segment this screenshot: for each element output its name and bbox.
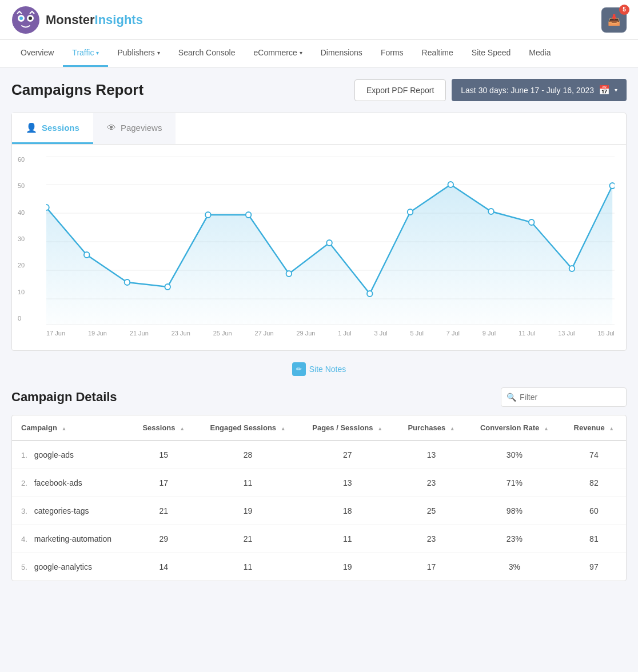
- x-axis: 17 Jun 19 Jun 21 Jun 23 Jun 25 Jun 27 Ju…: [46, 330, 615, 342]
- date-range-button[interactable]: Last 30 days: June 17 - July 16, 2023 📅 …: [452, 79, 627, 101]
- site-notes-label: Site Notes: [309, 365, 346, 374]
- nav-item-dimensions[interactable]: Dimensions: [312, 40, 372, 67]
- campaign-name: categories-tags: [34, 506, 89, 515]
- site-notes-button[interactable]: ✏ Site Notes: [292, 362, 346, 376]
- x-label-6: 29 Jun: [296, 330, 315, 337]
- logo-icon: [11, 6, 40, 34]
- traffic-chevron: ▾: [96, 50, 99, 56]
- nav-item-traffic[interactable]: Traffic▾: [63, 40, 108, 67]
- sessions-icon: 👤: [26, 122, 37, 133]
- x-label-1: 19 Jun: [88, 330, 107, 337]
- data-point: [205, 212, 211, 218]
- chart-area: 60 50 40 30 20 10 0: [12, 145, 626, 350]
- nav-item-ecommerce[interactable]: eCommerce▾: [244, 40, 311, 67]
- area-fill: [46, 185, 612, 325]
- sort-engaged-icon[interactable]: ▲: [281, 426, 286, 431]
- x-label-3: 23 Jun: [172, 330, 190, 337]
- page-header-actions: Export PDF Report Last 30 days: June 17 …: [354, 79, 627, 101]
- cell-revenue: 60: [562, 497, 626, 525]
- col-revenue: Revenue ▲: [562, 415, 626, 441]
- data-point: [246, 212, 252, 218]
- table-row: 4. marketing-automation 29 21 11 23 23% …: [12, 525, 626, 553]
- logo-main: Monster: [46, 13, 95, 27]
- cell-sessions: 21: [131, 497, 197, 525]
- nav-item-media[interactable]: Media: [520, 40, 560, 67]
- col-conversion: Conversion Rate ▲: [467, 415, 562, 441]
- cell-revenue: 81: [562, 525, 626, 553]
- cell-purchases: 23: [396, 469, 467, 497]
- x-label-14: 15 Jul: [597, 330, 614, 337]
- cell-sessions: 29: [131, 525, 197, 553]
- export-pdf-button[interactable]: Export PDF Report: [354, 79, 446, 101]
- col-purchases: Purchases ▲: [396, 415, 467, 441]
- page-header: Campaigns Report Export PDF Report Last …: [11, 79, 627, 101]
- x-label-13: 13 Jul: [558, 330, 575, 337]
- x-label-10: 7 Jul: [446, 330, 460, 337]
- row-num: 2.: [21, 479, 27, 487]
- tab-pageviews[interactable]: 👁 Pageviews: [93, 113, 176, 144]
- cell-purchases: 13: [396, 441, 467, 469]
- cell-pages: 11: [299, 525, 396, 553]
- row-num: 1.: [21, 451, 27, 459]
- col-campaign: Campaign ▲: [12, 415, 131, 441]
- x-label-11: 9 Jul: [483, 330, 496, 337]
- cell-revenue: 82: [562, 469, 626, 497]
- nav-item-publishers[interactable]: Publishers▾: [108, 40, 169, 67]
- x-label-8: 3 Jul: [374, 330, 387, 337]
- y-label-30: 30: [18, 235, 25, 242]
- campaign-name: facebook-ads: [34, 478, 82, 487]
- data-point: [125, 279, 130, 285]
- campaign-table-wrap: Campaign ▲ Sessions ▲ Engaged Sessions ▲…: [11, 415, 627, 581]
- row-num: 3.: [21, 507, 27, 515]
- x-label-12: 11 Jul: [519, 330, 535, 337]
- date-range-text: Last 30 days: June 17 - July 16, 2023: [461, 86, 594, 95]
- campaign-name: google-analytics: [34, 562, 92, 571]
- campaign-table: Campaign ▲ Sessions ▲ Engaged Sessions ▲…: [12, 415, 626, 581]
- sort-sessions-icon[interactable]: ▲: [180, 426, 185, 431]
- header-right: 📥 5: [601, 7, 627, 33]
- logo-text: MonsterInsights: [46, 13, 143, 27]
- filter-search-icon: 🔍: [507, 393, 516, 402]
- cell-pages: 27: [299, 441, 396, 469]
- col-pages: Pages / Sessions ▲: [299, 415, 396, 441]
- campaign-details-title: Campaign Details: [11, 390, 117, 405]
- cell-conversion: 30%: [467, 441, 562, 469]
- cell-purchases: 25: [396, 497, 467, 525]
- data-point: [286, 271, 292, 277]
- cell-engaged: 11: [197, 469, 299, 497]
- nav-item-site-speed[interactable]: Site Speed: [462, 40, 520, 67]
- sort-purchases-icon[interactable]: ▲: [450, 426, 455, 431]
- sort-pages-icon[interactable]: ▲: [377, 426, 382, 431]
- table-row: 5. google-analytics 14 11 19 17 3% 97: [12, 553, 626, 581]
- campaign-name: google-ads: [34, 450, 74, 459]
- cell-engaged: 28: [197, 441, 299, 469]
- sort-revenue-icon[interactable]: ▲: [609, 426, 614, 431]
- sort-conversion-icon[interactable]: ▲: [544, 426, 549, 431]
- cell-pages: 13: [299, 469, 396, 497]
- data-point: [165, 284, 170, 290]
- nav-item-search-console[interactable]: Search Console: [169, 40, 245, 67]
- cell-conversion: 71%: [467, 469, 562, 497]
- nav-item-realtime[interactable]: Realtime: [413, 40, 462, 67]
- data-point: [569, 266, 575, 271]
- col-sessions: Sessions ▲: [131, 415, 197, 441]
- tab-sessions[interactable]: 👤 Sessions: [12, 113, 93, 144]
- logo: MonsterInsights: [11, 6, 143, 34]
- table-header-row: Campaign ▲ Sessions ▲ Engaged Sessions ▲…: [12, 415, 626, 441]
- cell-purchases: 17: [396, 553, 467, 581]
- nav-item-overview[interactable]: Overview: [11, 40, 63, 67]
- notification-badge: 5: [619, 5, 629, 15]
- y-label-10: 10: [18, 289, 25, 295]
- sort-campaign-icon[interactable]: ▲: [61, 426, 66, 431]
- x-label-2: 21 Jun: [130, 330, 149, 337]
- data-point: [408, 209, 413, 215]
- x-label-4: 25 Jun: [213, 330, 232, 337]
- cell-conversion: 98%: [467, 497, 562, 525]
- nav-item-forms[interactable]: Forms: [372, 40, 413, 67]
- cell-engaged: 19: [197, 497, 299, 525]
- cell-revenue: 97: [562, 553, 626, 581]
- cell-engaged: 21: [197, 525, 299, 553]
- cell-purchases: 23: [396, 525, 467, 553]
- notification-button[interactable]: 📥 5: [601, 7, 627, 33]
- filter-input[interactable]: [501, 387, 627, 407]
